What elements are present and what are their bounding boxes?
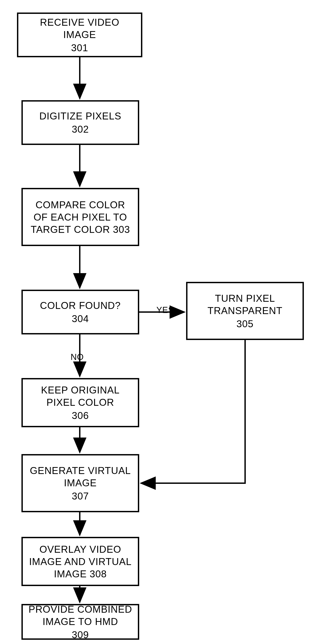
- node-ref: 309: [72, 628, 89, 641]
- node-label: COLOR FOUND?: [40, 299, 121, 312]
- edge-label-no: NO: [71, 352, 84, 362]
- node-305: TURN PIXEL TRANSPARENT 305: [186, 282, 304, 340]
- node-306: KEEP ORIGINAL PIXEL COLOR 306: [21, 378, 139, 427]
- node-ref: 306: [72, 409, 89, 422]
- node-ref: 305: [236, 318, 253, 330]
- node-309: PROVIDE COMBINED IMAGE TO HMD 309: [21, 604, 139, 640]
- node-label: TURN PIXEL TRANSPARENT: [192, 292, 298, 317]
- node-302: DIGITIZE PIXELS 302: [21, 100, 139, 145]
- node-308: OVERLAY VIDEO IMAGE AND VIRTUAL IMAGE 30…: [21, 537, 139, 586]
- node-label: COMPARE COLOR OF EACH PIXEL TO TARGET CO…: [27, 199, 133, 236]
- node-303: COMPARE COLOR OF EACH PIXEL TO TARGET CO…: [21, 188, 139, 246]
- node-label: GENERATE VIRTUAL IMAGE: [27, 464, 133, 489]
- node-label: RECEIVE VIDEO IMAGE: [23, 16, 137, 41]
- node-ref: 302: [72, 123, 89, 135]
- flowchart-canvas: RECEIVE VIDEO IMAGE 301 DIGITIZE PIXELS …: [0, 0, 330, 644]
- node-307: GENERATE VIRTUAL IMAGE 307: [21, 454, 139, 512]
- edge-label-yes: YES: [157, 305, 174, 315]
- node-label: DIGITIZE PIXELS: [39, 110, 121, 122]
- node-label: OVERLAY VIDEO IMAGE AND VIRTUAL IMAGE 30…: [27, 543, 133, 580]
- node-label: KEEP ORIGINAL PIXEL COLOR: [27, 384, 133, 408]
- node-301: RECEIVE VIDEO IMAGE 301: [17, 12, 142, 57]
- node-ref: 307: [72, 490, 89, 502]
- node-ref: 301: [71, 42, 88, 54]
- node-304: COLOR FOUND? 304: [21, 290, 139, 334]
- node-label: PROVIDE COMBINED IMAGE TO HMD: [27, 603, 133, 628]
- node-ref: 304: [72, 312, 89, 325]
